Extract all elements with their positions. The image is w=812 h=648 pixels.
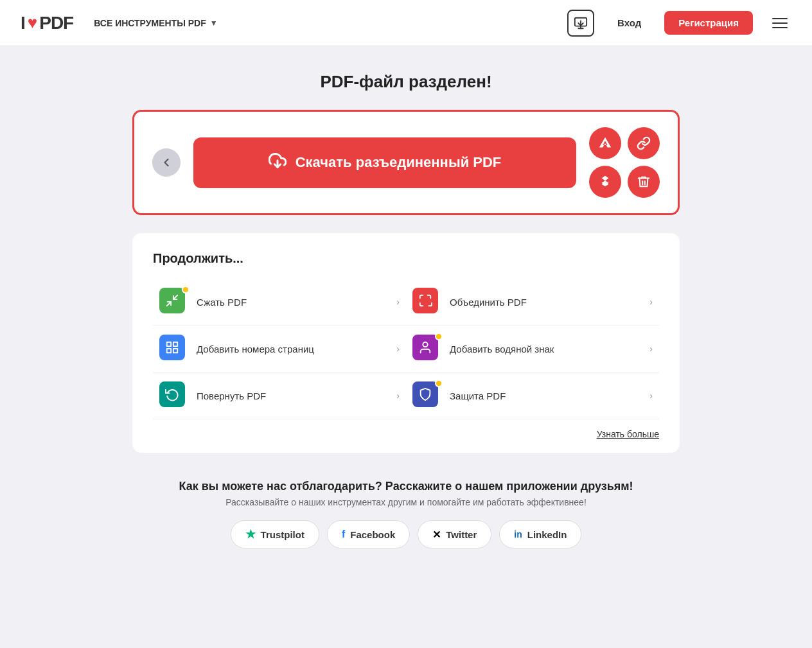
tool-name-page-numbers: Добавить номера страниц [197, 344, 387, 355]
continue-section: Продолжить... Сжать PDF › [132, 233, 680, 453]
trustpilot-label: Trustpilot [261, 529, 304, 540]
tool-item-compress[interactable]: Сжать PDF › [153, 279, 406, 326]
tool-icon-wrap-page-numbers [159, 335, 188, 363]
facebook-button[interactable]: f Facebook [327, 520, 410, 548]
login-button[interactable]: Вход [610, 12, 649, 33]
logo-pdf-text: PDF [39, 13, 73, 33]
svg-line-6 [173, 295, 177, 299]
download-icon [269, 152, 287, 174]
tool-icon-wrap-compress [159, 288, 188, 316]
menu-line-1 [772, 18, 788, 19]
dropbox-button[interactable] [589, 166, 621, 198]
logo-heart-icon: ♥ [28, 13, 37, 33]
continue-title: Продолжить... [153, 251, 659, 266]
chevron-rotate-icon: › [396, 390, 400, 401]
svg-rect-8 [173, 342, 177, 346]
logo-i: I [21, 13, 25, 33]
facebook-label: Facebook [350, 529, 395, 540]
download-action-buttons [589, 127, 660, 198]
linkedin-label: LinkedIn [527, 529, 567, 540]
tool-item-protect[interactable]: Защита PDF › [406, 372, 659, 419]
chevron-compress-icon: › [396, 297, 400, 307]
tool-name-compress: Сжать PDF [197, 297, 387, 308]
trustpilot-button[interactable]: ★ Trustpilot [231, 520, 319, 548]
tool-icon-wrap-rotate [159, 381, 188, 410]
share-subtitle: Рассказывайте о наших инструментах други… [132, 497, 680, 507]
hamburger-menu-button[interactable] [768, 14, 791, 32]
protect-icon [412, 381, 438, 407]
tool-item-rotate[interactable]: Повернуть PDF › [153, 372, 406, 419]
tool-item-watermark[interactable]: Добавить водяной знак › [406, 326, 659, 372]
facebook-icon: f [342, 529, 345, 540]
chevron-watermark-icon: › [649, 344, 653, 354]
nav-tools-label: ВСЕ ИНСТРУМЕНТЫ PDF [94, 18, 206, 28]
svg-rect-10 [173, 349, 177, 353]
tool-name-watermark: Добавить водяной знак [450, 344, 640, 355]
trustpilot-star-icon: ★ [245, 527, 256, 541]
main-content: PDF-файл разделен! Скачать разъединенный… [117, 46, 695, 600]
chevron-page-numbers-icon: › [396, 344, 400, 354]
page-title: PDF-файл разделен! [132, 72, 680, 92]
chevron-down-icon: ▼ [210, 19, 218, 28]
svg-point-11 [423, 342, 427, 347]
header: I♥PDF ВСЕ ИНСТРУМЕНТЫ PDF ▼ Вход Регистр… [0, 0, 812, 46]
svg-rect-9 [167, 349, 171, 353]
linkedin-button[interactable]: in LinkedIn [499, 520, 581, 548]
register-button[interactable]: Регистрация [664, 11, 753, 35]
menu-line-3 [772, 27, 788, 28]
tool-icon-wrap-watermark [412, 335, 441, 363]
badge-dot-watermark [435, 333, 443, 340]
tool-icon-wrap-protect [412, 381, 441, 410]
badge-dot-compress [182, 286, 190, 293]
tool-name-protect: Защита PDF [450, 390, 640, 401]
copy-link-button[interactable] [628, 127, 660, 159]
tool-name-rotate: Повернуть PDF [197, 390, 387, 401]
chevron-merge-icon: › [649, 297, 653, 307]
compress-icon [159, 288, 185, 313]
watermark-icon [412, 335, 438, 360]
svg-rect-7 [167, 342, 171, 346]
merge-icon [412, 288, 438, 313]
tool-item-merge[interactable]: Объединить PDF › [406, 279, 659, 326]
learn-more-link[interactable]: Узнать больше [597, 429, 659, 439]
tools-grid: Сжать PDF › Объединить PDF › [153, 279, 659, 419]
share-buttons: ★ Trustpilot f Facebook ✕ Twitter in Lin… [132, 520, 680, 548]
download-section: Скачать разъединенный PDF [132, 110, 680, 215]
learn-more-row: Узнать больше [153, 428, 659, 440]
back-button[interactable] [152, 148, 181, 177]
tool-item-page-numbers[interactable]: Добавить номера страниц › [153, 326, 406, 372]
tool-name-merge: Объединить PDF [450, 297, 640, 308]
menu-line-2 [772, 22, 788, 24]
logo[interactable]: I♥PDF [21, 13, 73, 33]
desktop-download-icon[interactable] [567, 10, 594, 37]
svg-line-5 [167, 302, 171, 306]
page-numbers-icon [159, 335, 185, 360]
twitter-button[interactable]: ✕ Twitter [418, 520, 491, 548]
download-button-label: Скачать разъединенный PDF [296, 154, 502, 171]
twitter-label: Twitter [446, 529, 477, 540]
download-pdf-button[interactable]: Скачать разъединенный PDF [193, 137, 576, 188]
share-section: Как вы можете нас отблагодарить? Расскаж… [132, 473, 680, 561]
badge-dot-protect [435, 380, 443, 387]
linkedin-icon: in [514, 529, 522, 539]
chevron-protect-icon: › [649, 390, 653, 401]
google-drive-button[interactable] [589, 127, 621, 159]
share-title: Как вы можете нас отблагодарить? Расскаж… [132, 480, 680, 493]
all-tools-nav[interactable]: ВСЕ ИНСТРУМЕНТЫ PDF ▼ [94, 18, 217, 28]
rotate-icon [159, 381, 185, 407]
tool-icon-wrap-merge [412, 288, 441, 316]
twitter-x-icon: ✕ [432, 529, 441, 541]
delete-button[interactable] [628, 166, 660, 198]
